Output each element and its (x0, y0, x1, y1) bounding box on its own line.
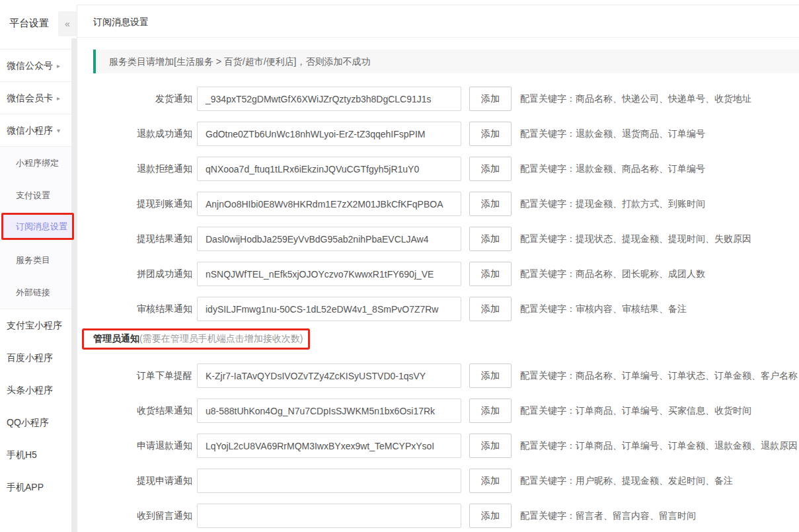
row-label: 审核结果通知 (93, 303, 192, 315)
message-row: 收货结果通知 添加 配置关键字：订单商品、订单编号、买家信息、收货时间 (77, 393, 799, 428)
keywords-text: 配置关键字：商品名称、团长昵称、成团人数 (520, 268, 705, 280)
annotation-box: 管理员通知(需要在管理员手机端点击增加接收次数) (82, 328, 310, 350)
row-label: 收货结果通知 (93, 405, 192, 417)
sidebar-item[interactable]: 手机H5 (0, 439, 71, 471)
template-id-input[interactable] (197, 399, 461, 423)
message-row: 提现到账通知 添加 配置关键字：提现金额、打款方式、到账时间 (77, 186, 799, 221)
template-id-input[interactable] (197, 262, 461, 286)
message-row: 收到留言通知 添加 配置关键字：留言者、留言内容、留言时间 (77, 498, 799, 532)
add-button[interactable]: 添加 (469, 469, 512, 493)
add-button[interactable]: 添加 (469, 434, 512, 458)
sidebar-nav: 微信公众号▸微信会员卡▸微信小程序▾小程序绑定支付设置订阅消息设置服务类目外部链… (0, 50, 71, 504)
collapse-icon: « (65, 19, 70, 29)
row-label: 退款成功通知 (93, 128, 192, 140)
template-id-input[interactable] (197, 87, 461, 111)
sidebar-item[interactable]: 头条小程序 (0, 374, 71, 406)
subscription-rows: 发货通知 添加 配置关键字：商品名称、快递公司、快递单号、收货地址 退款成功通知… (77, 81, 799, 326)
keywords-text: 配置关键字：退款金额、退货商品、订单编号 (520, 128, 705, 140)
row-label: 发货通知 (93, 93, 192, 105)
chevron-right-icon: ▸ (57, 62, 60, 69)
keywords-text: 配置关键字：提现金额、打款方式、到账时间 (520, 198, 705, 210)
notice-text: 服务类目请增加[生活服务 > 百货/超市/便利店]，否则添加不成功 (109, 56, 371, 67)
template-id-input[interactable] (197, 192, 461, 216)
collapse-sidebar-button[interactable]: « (58, 11, 77, 36)
template-id-input[interactable] (197, 157, 461, 181)
template-id-input[interactable] (197, 363, 461, 388)
row-label: 收到留言通知 (93, 510, 192, 522)
row-label: 提现结果通知 (93, 233, 192, 245)
add-button[interactable]: 添加 (469, 122, 512, 146)
sidebar-item[interactable]: 微信公众号▸ (0, 50, 71, 82)
sidebar-item[interactable]: 支付宝小程序 (0, 309, 71, 342)
keywords-text: 配置关键字：订单商品、订单编号、订单金额、退款金额、退款原因 (520, 440, 798, 452)
page: 平台设置 « 微信公众号▸微信会员卡▸微信小程序▾小程序绑定支付设置订阅消息设置… (0, 0, 799, 532)
message-row: 退款拒绝通知 添加 配置关键字：退款金额、商品名称、订单编号 (77, 151, 799, 186)
template-id-input[interactable] (197, 504, 461, 528)
sidebar-item[interactable]: QQ小程序 (0, 406, 71, 439)
add-button[interactable]: 添加 (469, 87, 512, 111)
template-id-input[interactable] (197, 227, 461, 251)
row-label: 退款拒绝通知 (93, 163, 192, 175)
sidebar-subitem[interactable]: 支付设置 (0, 179, 71, 211)
row-label: 提现申请通知 (93, 475, 192, 487)
message-row: 订单下单提醒 添加 配置关键字：商品名称、订单编号、订单状态、订单金额、客户名称 (77, 358, 799, 393)
row-label: 订单下单提醒 (93, 370, 192, 382)
sidebar-gutter (71, 38, 77, 532)
admin-rows: 订单下单提醒 添加 配置关键字：商品名称、订单编号、订单状态、订单金额、客户名称… (77, 358, 799, 532)
main-panel: 订阅消息设置 服务类目请增加[生活服务 > 百货/超市/便利店]，否则添加不成功… (77, 5, 799, 532)
row-label: 提现到账通知 (93, 198, 192, 210)
add-button[interactable]: 添加 (469, 192, 512, 216)
notice-bar: 服务类目请增加[生活服务 > 百货/超市/便利店]，否则添加不成功 (93, 50, 799, 73)
keywords-text: 配置关键字：退款金额、商品名称、订单编号 (520, 163, 705, 175)
selected-item-annotation: 订阅消息设置 (1, 213, 74, 240)
admin-section-note: (需要在管理员手机端点击增加接收次数) (139, 333, 303, 345)
keywords-text: 配置关键字：留言者、留言内容、留言时间 (520, 510, 696, 522)
add-button[interactable]: 添加 (469, 504, 512, 528)
sidebar: 平台设置 « 微信公众号▸微信会员卡▸微信小程序▾小程序绑定支付设置订阅消息设置… (0, 0, 71, 532)
keywords-text: 配置关键字：审核内容、审核结果、备注 (520, 303, 687, 315)
add-button[interactable]: 添加 (469, 363, 512, 388)
sidebar-item[interactable]: 微信会员卡▸ (0, 82, 71, 114)
add-button[interactable]: 添加 (469, 297, 512, 321)
sidebar-subitem[interactable]: 服务类目 (0, 244, 71, 276)
sidebar-submenu: 小程序绑定支付设置订阅消息设置服务类目外部链接 (0, 147, 71, 309)
row-label: 申请退款通知 (93, 440, 192, 452)
template-id-input[interactable] (197, 469, 461, 493)
sidebar-header: 平台设置 « (0, 0, 71, 50)
message-row: 发货通知 添加 配置关键字：商品名称、快递公司、快递单号、收货地址 (77, 81, 799, 116)
admin-section-header: 管理员通知(需要在管理员手机端点击增加接收次数) (77, 326, 799, 352)
message-row: 申请退款通知 添加 配置关键字：订单商品、订单编号、订单金额、退款金额、退款原因 (77, 428, 799, 463)
page-title: 订阅消息设置 (77, 5, 799, 38)
keywords-text: 配置关键字：用户昵称、提现金额、发起时间、备注 (520, 475, 733, 487)
message-row: 提现结果通知 添加 配置关键字：提现状态、提现金额、提现时间、失败原因 (77, 221, 799, 256)
chevron-right-icon: ▸ (57, 95, 60, 102)
keywords-text: 配置关键字：商品名称、订单编号、订单状态、订单金额、客户名称 (520, 370, 798, 382)
admin-section-title: 管理员通知 (93, 333, 139, 345)
sidebar-item[interactable]: 微信小程序▾ (0, 114, 71, 147)
template-id-input[interactable] (197, 297, 461, 321)
sidebar-item[interactable]: 百度小程序 (0, 342, 71, 374)
sidebar-item[interactable]: 手机APP (0, 471, 71, 504)
sidebar-subitem[interactable]: 订阅消息设置 (0, 211, 71, 244)
keywords-text: 配置关键字：商品名称、快递公司、快递单号、收货地址 (520, 93, 751, 105)
sidebar-subitem[interactable]: 小程序绑定 (0, 147, 71, 179)
template-id-input[interactable] (197, 122, 461, 146)
add-button[interactable]: 添加 (469, 157, 512, 181)
keywords-text: 配置关键字：订单商品、订单编号、买家信息、收货时间 (520, 405, 751, 417)
message-row: 拼团成功通知 添加 配置关键字：商品名称、团长昵称、成团人数 (77, 256, 799, 291)
sidebar-subitem[interactable]: 外部链接 (0, 276, 71, 309)
row-label: 拼团成功通知 (93, 268, 192, 280)
template-id-input[interactable] (197, 434, 461, 458)
chevron-down-icon: ▾ (57, 127, 60, 134)
message-row: 审核结果通知 添加 配置关键字：审核内容、审核结果、备注 (77, 291, 799, 326)
add-button[interactable]: 添加 (469, 262, 512, 286)
add-button[interactable]: 添加 (469, 399, 512, 423)
keywords-text: 配置关键字：提现状态、提现金额、提现时间、失败原因 (520, 233, 751, 245)
message-row: 提现申请通知 添加 配置关键字：用户昵称、提现金额、发起时间、备注 (77, 463, 799, 498)
sidebar-title: 平台设置 (9, 17, 49, 30)
message-row: 退款成功通知 添加 配置关键字：退款金额、退货商品、订单编号 (77, 116, 799, 151)
add-button[interactable]: 添加 (469, 227, 512, 251)
